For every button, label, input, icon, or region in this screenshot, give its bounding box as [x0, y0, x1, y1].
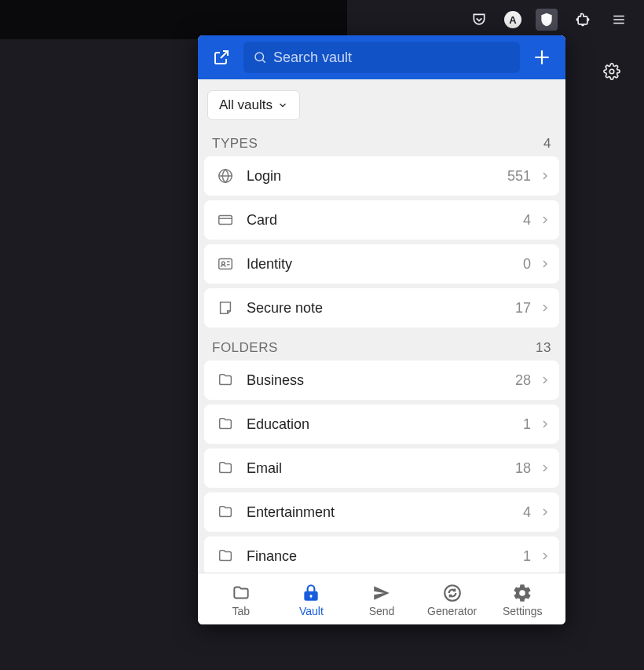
refresh-icon — [442, 583, 463, 603]
types-section-header: TYPES 4 — [198, 128, 565, 156]
svg-rect-9 — [219, 216, 232, 225]
chevron-right-icon — [539, 550, 551, 562]
nav-label: Tab — [232, 605, 251, 617]
popout-button[interactable] — [209, 45, 234, 70]
nav-settings[interactable]: Settings — [487, 583, 558, 617]
row-label: Email — [247, 460, 515, 477]
bitwarden-popup: All vaults TYPES 4 Login 551 — [198, 35, 565, 624]
filter-row: All vaults — [198, 79, 565, 128]
chevron-right-icon — [539, 214, 551, 226]
folder-icon — [215, 502, 236, 522]
chevron-right-icon — [539, 374, 551, 386]
browser-tab-bar — [0, 0, 347, 39]
nav-label: Settings — [503, 605, 543, 617]
chevron-down-icon — [277, 100, 288, 111]
row-count: 28 — [515, 372, 531, 389]
letter-a-icon[interactable]: A — [504, 11, 521, 28]
identity-icon — [215, 254, 236, 274]
folder-row[interactable]: Education 1 — [204, 405, 559, 444]
row-count: 0 — [523, 256, 531, 273]
row-label: Finance — [247, 548, 523, 565]
svg-point-4 — [255, 53, 264, 61]
chevron-right-icon — [539, 418, 551, 430]
svg-point-12 — [221, 262, 225, 265]
browser-toolbar: A — [468, 0, 644, 39]
nav-label: Send — [369, 605, 395, 617]
folder-row[interactable]: Finance 1 — [204, 536, 559, 573]
row-count: 551 — [507, 168, 531, 185]
row-label: Identity — [247, 256, 523, 273]
gear-icon — [512, 583, 532, 603]
row-count: 4 — [523, 212, 531, 229]
row-count: 18 — [515, 460, 531, 477]
nav-send[interactable]: Send — [346, 583, 417, 617]
globe-icon — [215, 166, 236, 186]
type-row-identity[interactable]: Identity 0 — [204, 244, 559, 284]
type-row-card[interactable]: Card 4 — [204, 200, 559, 240]
lock-icon — [301, 583, 321, 603]
nav-label: Vault — [299, 605, 324, 617]
nav-label: Generator — [427, 605, 477, 617]
popup-body: All vaults TYPES 4 Login 551 — [198, 79, 565, 573]
popup-header — [198, 35, 565, 79]
bitwarden-extension-icon[interactable] — [536, 9, 558, 31]
send-icon — [371, 583, 392, 603]
svg-point-15 — [445, 585, 460, 601]
folders-header-count: 13 — [536, 340, 551, 356]
svg-line-5 — [262, 60, 265, 62]
vault-filter-label: All vaults — [219, 97, 273, 113]
row-label: Entertainment — [247, 504, 523, 521]
page-settings-icon[interactable] — [603, 63, 622, 82]
chevron-right-icon — [539, 258, 551, 270]
row-count: 4 — [523, 504, 531, 521]
card-icon — [215, 210, 236, 230]
folders-list: Business 28 Education 1 Email 18 Enterta… — [198, 361, 565, 573]
svg-rect-11 — [219, 259, 232, 269]
row-label: Education — [247, 416, 523, 433]
row-count: 1 — [523, 416, 531, 433]
nav-vault[interactable]: Vault — [276, 583, 347, 617]
search-icon — [253, 50, 267, 64]
row-count: 1 — [523, 548, 531, 565]
folder-icon — [215, 458, 236, 478]
folder-icon — [215, 370, 236, 390]
types-header-label: TYPES — [212, 136, 258, 152]
type-row-login[interactable]: Login 551 — [204, 156, 559, 196]
row-label: Secure note — [247, 300, 515, 317]
extensions-icon[interactable] — [572, 9, 594, 31]
type-row-secure-note[interactable]: Secure note 17 — [204, 288, 559, 328]
row-count: 17 — [515, 300, 531, 317]
folders-section-header: FOLDERS 13 — [198, 332, 565, 361]
folder-row[interactable]: Email 18 — [204, 448, 559, 488]
folder-icon — [215, 414, 236, 434]
bottom-nav: Tab Vault Send Generator Settings — [198, 573, 565, 624]
folder-row[interactable]: Business 28 — [204, 361, 559, 400]
chevron-right-icon — [539, 170, 551, 182]
nav-generator[interactable]: Generator — [417, 583, 488, 617]
search-input[interactable] — [273, 49, 510, 66]
chevron-right-icon — [539, 462, 551, 474]
nav-tab[interactable]: Tab — [206, 583, 276, 617]
row-label: Login — [247, 168, 507, 185]
chevron-right-icon — [539, 302, 551, 314]
folder-icon — [215, 546, 236, 566]
svg-point-3 — [609, 69, 614, 74]
search-field[interactable] — [243, 42, 520, 73]
add-item-button[interactable] — [529, 45, 554, 70]
pocket-icon[interactable] — [468, 9, 490, 31]
folder-tab-icon — [231, 583, 251, 603]
vault-filter-dropdown[interactable]: All vaults — [207, 90, 300, 120]
types-header-count: 4 — [543, 136, 551, 152]
row-label: Business — [247, 372, 515, 389]
chevron-right-icon — [539, 506, 551, 518]
note-icon — [215, 298, 236, 318]
hamburger-menu-icon[interactable] — [608, 9, 630, 31]
folders-header-label: FOLDERS — [212, 340, 278, 356]
folder-row[interactable]: Entertainment 4 — [204, 492, 559, 532]
types-list: Login 551 Card 4 Identity 0 — [198, 156, 565, 328]
row-label: Card — [247, 212, 523, 229]
